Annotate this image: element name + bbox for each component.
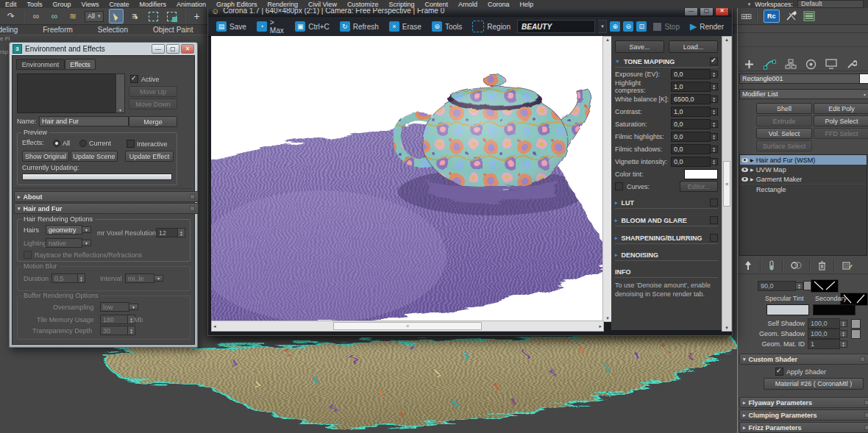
ribbon-tab-selection[interactable]: Selection	[98, 26, 128, 34]
filmic-highlights-field[interactable]: 0,0	[671, 132, 711, 142]
show-end-result-icon[interactable]	[769, 260, 775, 271]
raytrace-checkbox[interactable]: Raytrace the Reflections/Refractions	[24, 251, 142, 259]
select-by-name-icon[interactable]: ≡	[129, 10, 142, 23]
lighting-dropdown[interactable]: native▾	[46, 238, 91, 248]
self-shadow-field[interactable]: 100,0	[808, 318, 840, 329]
apply-shader-checkbox[interactable]	[775, 368, 783, 376]
zoom-in-icon[interactable]: ⊕	[610, 21, 620, 32]
modifier-button-shell[interactable]: Shell	[756, 103, 812, 114]
eye-icon[interactable]	[741, 177, 748, 182]
zoom-out-icon[interactable]: ⊖	[623, 21, 633, 32]
rollout-hair-and-fur[interactable]: ▾Hair and Fur	[14, 203, 199, 214]
menu-content[interactable]: Content	[424, 1, 448, 8]
vignette-field[interactable]: 0,0	[671, 157, 711, 167]
highlight-compress-field[interactable]: 1,0	[671, 82, 711, 92]
active-checkbox[interactable]	[130, 75, 138, 83]
sharpening-checkbox[interactable]	[710, 234, 718, 242]
menu-edit[interactable]: Edit	[5, 1, 17, 8]
saturation-field[interactable]: 0,0	[671, 119, 711, 129]
modifier-button-ffd-select[interactable]: FFD Select	[814, 128, 868, 139]
expand-icon[interactable]: ▶	[750, 176, 754, 182]
interactive-checkbox[interactable]: Interactive	[127, 140, 168, 148]
menu-modifiers[interactable]: Modifiers	[139, 1, 166, 8]
rollout-clumping[interactable]: ▸Clumping Parameters	[739, 409, 868, 421]
rectangular-selection-icon[interactable]	[147, 10, 160, 23]
menu-corona[interactable]: Corona	[488, 1, 510, 8]
close-icon[interactable]: ✕	[181, 44, 194, 54]
material-editor-icon[interactable]	[786, 10, 797, 22]
viewport-layout-icon[interactable]: ⊞⊞	[741, 12, 750, 21]
display-tab-icon[interactable]	[825, 59, 837, 69]
region-button[interactable]: Region	[469, 19, 514, 34]
spinner-arrows[interactable]: ▴▾	[840, 340, 847, 348]
menu-scripting[interactable]: Scripting	[388, 1, 414, 8]
rollout-custom-shader[interactable]: ▾Custom Shader	[739, 354, 868, 365]
merge-button[interactable]: Merge	[129, 116, 177, 127]
refresh-button[interactable]: ↻Refresh	[336, 20, 383, 33]
render-pass-dropdown[interactable]: BEAUTY	[517, 20, 595, 33]
map-slot[interactable]	[851, 319, 861, 329]
tab-effects[interactable]: Effects	[65, 59, 96, 70]
stop-button[interactable]: Stop	[650, 21, 683, 32]
utilities-tab-icon[interactable]	[846, 59, 857, 70]
spinner-arrows[interactable]: ▴▾	[711, 133, 718, 140]
chevron-down-icon[interactable]: ▾	[598, 20, 607, 33]
filmic-shadows-field[interactable]: 0,0	[671, 144, 711, 154]
tile-memory-spinner[interactable]: 180 ▴▾	[100, 315, 135, 324]
move-up-button[interactable]: Move Up	[129, 86, 177, 97]
update-scene-button[interactable]: Update Scene	[71, 151, 118, 162]
geom-mat-id-field[interactable]: 1	[808, 339, 840, 349]
oversampling-dropdown[interactable]: low▾	[100, 302, 138, 312]
menu-create[interactable]: Create	[109, 1, 129, 8]
select-object-icon[interactable]	[109, 9, 124, 24]
menu-rendering[interactable]: Rendering	[268, 1, 299, 8]
effects-current-radio[interactable]: Current	[79, 140, 111, 147]
spinner-arrows[interactable]: ▴▾	[840, 320, 847, 327]
menu-animation[interactable]: Animation	[177, 1, 206, 8]
map-slot[interactable]	[851, 329, 861, 339]
eye-icon[interactable]	[741, 158, 748, 162]
max-button[interactable]: ◔> Max	[253, 17, 288, 36]
select-link-icon[interactable]: ∞	[29, 10, 43, 23]
modifier-button-vol-select[interactable]: Vol. Select	[756, 128, 812, 139]
minimize-icon[interactable]: —	[152, 44, 165, 54]
move-icon[interactable]: +	[191, 10, 204, 23]
expand-icon[interactable]: ▶	[750, 157, 754, 162]
sharpening-header[interactable]: ▸SHARPENING/BLURRING	[615, 234, 718, 244]
ribbon-tab-freeform[interactable]: Freeform	[43, 26, 73, 34]
stack-item-uvw-map[interactable]: ▶ UVW Map	[740, 165, 867, 174]
workspaces-dropdown[interactable]: Default	[797, 0, 864, 8]
effects-list-scrollbar[interactable]: ▾	[115, 74, 125, 113]
spinner-arrows[interactable]: ▴▾	[711, 71, 718, 78]
color-tint-swatch[interactable]	[684, 169, 718, 179]
spinner-arrows[interactable]: ▴▾	[711, 146, 718, 153]
cut-curve-display-1[interactable]	[811, 279, 839, 293]
duration-spinner[interactable]: 0,5 ▴▾	[51, 273, 85, 283]
redo-icon[interactable]: ↷	[4, 10, 18, 23]
update-effect-button[interactable]: Update Effect	[125, 151, 174, 162]
save-button[interactable]: ▤Save	[213, 20, 250, 33]
menu-group[interactable]: Group	[53, 1, 71, 8]
tools-button[interactable]: ⊚Tools	[428, 20, 466, 33]
modifier-button-extrude[interactable]: Extrude	[756, 115, 812, 126]
curves-checkbox[interactable]	[615, 182, 623, 190]
remove-modifier-icon[interactable]	[818, 261, 826, 271]
modifier-list-dropdown[interactable]: Modifier List▾	[739, 89, 868, 99]
spinner-arrows[interactable]: ▴▾	[840, 330, 847, 337]
angle-value-field[interactable]: 90,0	[758, 281, 796, 291]
panel-scrollbar[interactable]: ▴ ≡ ▾	[722, 36, 732, 332]
stack-item-rectangle[interactable]: Rectangle	[740, 184, 867, 194]
transparency-depth-spinner[interactable]: 30 ▴▾	[100, 326, 135, 335]
hierarchy-tab-icon[interactable]	[785, 59, 797, 70]
object-color-swatch[interactable]	[859, 74, 868, 84]
maximize-icon[interactable]: ▢	[166, 44, 179, 54]
configure-modifier-sets-icon[interactable]	[842, 261, 853, 271]
rollout-about[interactable]: ▸About	[14, 191, 199, 202]
scrollbar-thumb[interactable]: ≡	[333, 322, 482, 330]
spinner-arrows[interactable]: ▴▾	[796, 282, 803, 290]
modifier-button-edit-poly[interactable]: Edit Poly	[814, 103, 868, 114]
window-crossing-icon[interactable]	[166, 10, 179, 23]
lut-checkbox[interactable]	[710, 198, 718, 207]
unlink-icon[interactable]: ∞	[48, 10, 61, 23]
contrast-field[interactable]: 1,0	[671, 107, 711, 117]
